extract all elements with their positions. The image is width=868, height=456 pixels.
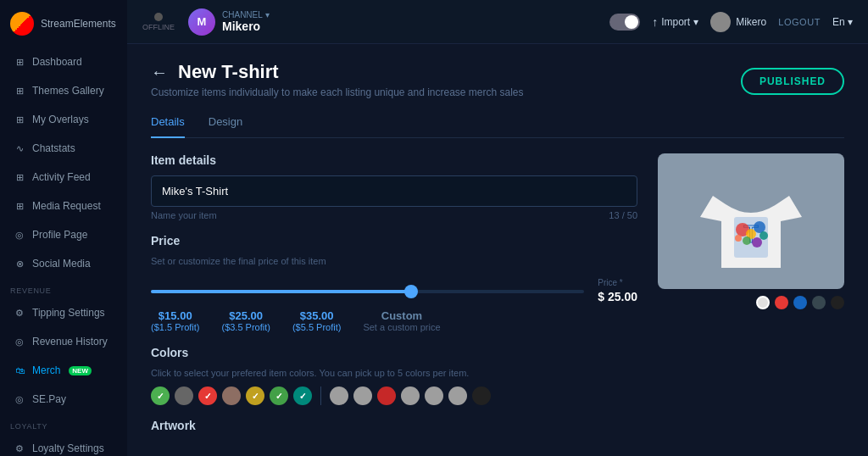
social-icon: ⊗ (14, 258, 25, 270)
preview-color-dots (658, 296, 844, 309)
right-column: T (658, 153, 844, 441)
price-subtitle: Set or customize the final price of this… (151, 256, 637, 266)
activity-icon: ⊞ (14, 171, 25, 183)
colors-section: Colors Click to select your prefered ite… (151, 346, 637, 405)
sidebar-item-merch[interactable]: 🛍 Merch NEW (3, 357, 124, 384)
sidebar-item-activity-feed[interactable]: ⊞ Activity Feed (3, 164, 124, 191)
sidebar-item-dashboard[interactable]: ⊞ Dashboard (3, 48, 124, 75)
swatch-teal[interactable]: ✓ (293, 386, 312, 405)
tshirt-preview: T (658, 153, 844, 289)
tipping-icon: ⚙ (14, 307, 25, 319)
swatch-gold[interactable]: ✓ (246, 386, 264, 405)
price-option-15[interactable]: $15.00 ($1.5 Profit) (151, 309, 199, 332)
colors-subtitle: Click to select your prefered item color… (151, 368, 637, 378)
channel-avatar: M (188, 8, 215, 36)
price-section: Price Set or customize the final price o… (151, 234, 637, 332)
slider-fill (151, 290, 411, 293)
swatch-lgray2[interactable] (353, 386, 372, 405)
offline-dot (154, 13, 163, 21)
sidebar-item-revenue-history[interactable]: ◎ Revenue History (3, 328, 124, 355)
back-button[interactable]: ← (151, 63, 168, 82)
channel-area: M CHANNEL ▾ Mikero (188, 8, 270, 36)
channel-toggle[interactable] (609, 14, 640, 31)
sidebar-item-loyalty-settings[interactable]: ⚙ Loyalty Settings (3, 435, 124, 456)
swatch-red[interactable]: ✓ (198, 386, 217, 405)
item-details-section: Item details Name your item 13 / 50 (151, 153, 637, 220)
import-button[interactable]: ↑ Import ▾ (652, 15, 698, 29)
svg-point-5 (743, 236, 751, 245)
preview-dot-blue[interactable] (793, 296, 807, 309)
sidebar-item-social-media[interactable]: ⊗ Social Media (3, 250, 124, 277)
topbar: OFFLINE M CHANNEL ▾ Mikero ↑ Import ▾ Mi… (127, 0, 868, 44)
channel-label: CHANNEL ▾ (222, 10, 270, 19)
swatch-lgray3[interactable] (401, 386, 420, 405)
preview-dot-white[interactable] (756, 296, 770, 309)
dashboard-icon: ⊞ (14, 56, 25, 68)
price-option-25[interactable]: $25.00 ($3.5 Profit) (221, 309, 270, 332)
swatch-green2[interactable]: ✓ (270, 386, 288, 405)
channel-info: CHANNEL ▾ Mikero (222, 10, 270, 33)
language-selector[interactable]: En ▾ (832, 16, 853, 28)
channel-name: Mikero (222, 19, 270, 33)
price-option-35[interactable]: $35.00 ($5.5 Profit) (292, 309, 341, 332)
swatch-green[interactable]: ✓ (151, 386, 170, 405)
preview-dot-dark[interactable] (812, 296, 826, 309)
published-button[interactable]: PUBLISHED (741, 68, 844, 95)
sidebar-item-media-request[interactable]: ⊞ Media Request (3, 192, 124, 220)
main-area: OFFLINE M CHANNEL ▾ Mikero ↑ Import ▾ Mi… (127, 0, 868, 456)
price-slider-row: Price * $ 25.00 (151, 278, 637, 304)
sidebar: StreamElements ⊞ Dashboard ⊞ Themes Gall… (0, 0, 127, 456)
logout-button[interactable]: LOGOUT (778, 17, 821, 27)
channel-dropdown-icon[interactable]: ▾ (265, 10, 270, 19)
svg-point-4 (754, 221, 765, 233)
import-icon: ↑ (652, 15, 658, 29)
logo-icon (10, 12, 34, 36)
loyalty-icon: ⚙ (14, 442, 25, 454)
price-slider[interactable] (151, 290, 584, 293)
topbar-right: ↑ Import ▾ Mikero LOGOUT En ▾ (609, 12, 853, 32)
user-avatar (710, 12, 731, 32)
tab-details[interactable]: Details (151, 115, 185, 138)
swatch-lgray4[interactable] (425, 386, 443, 405)
page-title: New T-shirt (178, 61, 279, 83)
slider-thumb[interactable] (404, 285, 418, 298)
swatch-lgray1[interactable] (330, 386, 348, 405)
swatch-dred[interactable] (377, 386, 396, 405)
chatstats-icon: ∿ (14, 142, 25, 154)
sidebar-item-my-overlays[interactable]: ⊞ My Overlays (3, 106, 124, 133)
preview-dot-black[interactable] (831, 296, 844, 309)
svg-point-7 (760, 231, 768, 240)
sidebar-item-chatstats[interactable]: ∿ Chatstats (3, 135, 124, 162)
themes-icon: ⊞ (14, 85, 25, 97)
page-subtitle: Customize items individually to make eac… (151, 86, 524, 98)
loyalty-section-label: Loyalty (0, 414, 127, 434)
swatch-gray[interactable] (175, 386, 193, 405)
overlays-icon: ⊞ (14, 114, 25, 125)
sidebar-item-themes-gallery[interactable]: ⊞ Themes Gallery (3, 77, 124, 104)
sidebar-item-profile-page[interactable]: ◎ Profile Page (3, 221, 124, 248)
price-option-custom[interactable]: Custom Set a custom price (363, 309, 440, 332)
sidebar-item-se-pay[interactable]: ◎ SE.Pay (3, 386, 124, 413)
artwork-title: Artwork (151, 419, 637, 432)
user-area: Mikero (710, 12, 766, 32)
colors-title: Colors (151, 346, 637, 359)
swatch-black[interactable] (472, 386, 491, 405)
profile-icon: ◎ (14, 229, 25, 241)
sidebar-item-tipping-settings[interactable]: ⚙ Tipping Settings (3, 299, 124, 326)
price-input-box: Price * $ 25.00 (598, 278, 637, 304)
item-name-input[interactable] (151, 175, 637, 207)
merch-icon: 🛍 (14, 364, 25, 376)
preview-dot-red[interactable] (775, 296, 788, 309)
tab-design[interactable]: Design (209, 115, 242, 138)
merch-new-badge: NEW (69, 366, 92, 375)
left-column: Item details Name your item 13 / 50 Pric… (151, 153, 637, 441)
price-title: Price (151, 234, 637, 247)
logo-text: StreamElements (41, 18, 116, 30)
swatch-brown[interactable] (222, 386, 241, 405)
revenue-section-label: Revenue (0, 278, 127, 298)
two-col-layout: Item details Name your item 13 / 50 Pric… (151, 153, 844, 441)
user-name: Mikero (736, 16, 766, 28)
swatch-lgray5[interactable] (448, 386, 467, 405)
revenue-icon: ◎ (14, 336, 25, 348)
color-swatches: ✓ ✓ ✓ ✓ ✓ (151, 386, 637, 405)
